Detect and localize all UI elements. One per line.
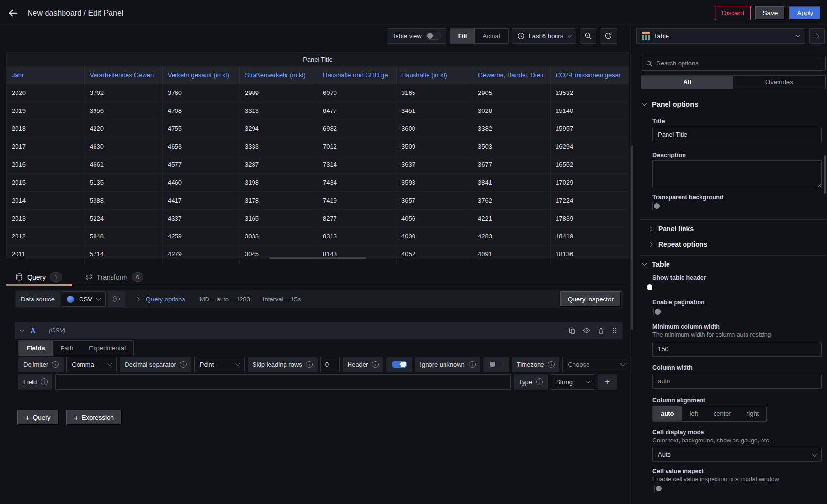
- add-field-button[interactable]: +: [598, 374, 617, 390]
- search-options-input[interactable]: [656, 60, 821, 67]
- drag-handle-grip-icon[interactable]: [611, 327, 617, 334]
- tab-transform[interactable]: Transform 0: [76, 269, 154, 285]
- cell-value-inspect-toggle[interactable]: [654, 485, 655, 493]
- header-toggle[interactable]: [392, 361, 407, 368]
- min-column-width-input[interactable]: [652, 342, 822, 357]
- delimiter-select[interactable]: Comma: [66, 357, 117, 372]
- query-a-header[interactable]: A (CSV): [15, 322, 623, 339]
- panel-title[interactable]: Panel Title: [7, 53, 629, 66]
- tab-query-label: Query: [27, 273, 46, 281]
- panel-toolbar: Table view Fill Actual Last 6 hours: [387, 28, 617, 44]
- panel-links-section[interactable]: Panel links: [650, 225, 694, 233]
- column-width-input[interactable]: [652, 374, 822, 389]
- fill-option[interactable]: Fill: [450, 29, 475, 43]
- description-textarea[interactable]: [652, 160, 822, 188]
- tab-experimental[interactable]: Experimental: [81, 341, 133, 356]
- timezone-select[interactable]: Choose: [562, 357, 630, 372]
- actual-option[interactable]: Actual: [475, 29, 508, 43]
- alignment-option-right[interactable]: right: [739, 406, 766, 421]
- table-cell: 15957: [551, 120, 629, 138]
- panel-options-section-header[interactable]: Panel options: [643, 100, 698, 108]
- column-header[interactable]: Gewerbe, Handel, Dien: [473, 66, 551, 84]
- csv-field-row: Fieldi Typei String +: [18, 374, 617, 390]
- query-options-link[interactable]: Query options: [146, 296, 185, 303]
- duplicate-query-icon[interactable]: [569, 327, 576, 334]
- search-icon: [646, 60, 652, 67]
- column-header[interactable]: Haushalte (in kt): [397, 66, 473, 84]
- description-label: Description: [652, 152, 686, 158]
- column-header[interactable]: Haushalte und GHD ge: [318, 66, 397, 84]
- alignment-option-auto[interactable]: auto: [653, 406, 682, 421]
- table-cell: 4220: [85, 120, 163, 138]
- column-header[interactable]: Straßenverkehr (in kt): [240, 66, 318, 84]
- table-cell: 8313: [318, 228, 397, 245]
- skip-leading-rows-input[interactable]: [320, 357, 340, 372]
- horizontal-scrollbar-thumb[interactable]: [269, 257, 366, 259]
- tab-path[interactable]: Path: [53, 341, 81, 356]
- table-cell: 4259: [163, 228, 240, 245]
- refresh-button[interactable]: [600, 28, 617, 44]
- search-options-box[interactable]: [641, 56, 826, 71]
- type-select[interactable]: String: [551, 374, 595, 390]
- back-arrow-icon[interactable]: [8, 8, 18, 18]
- column-header[interactable]: CO2-Emissionen gesar: [551, 66, 629, 84]
- save-button[interactable]: Save: [755, 6, 785, 20]
- column-header[interactable]: Jahr: [7, 66, 85, 84]
- resize-handle[interactable]: [816, 182, 821, 187]
- apply-button[interactable]: Apply: [789, 6, 821, 20]
- chevron-down-icon: [96, 296, 101, 301]
- tab-overrides[interactable]: Overrides: [733, 76, 826, 89]
- add-query-button[interactable]: + Query: [17, 410, 59, 425]
- max-datapoints-text: MD = auto = 1283: [200, 296, 250, 303]
- cell-display-mode-select[interactable]: Auto: [652, 447, 822, 462]
- table-cell: 3165: [240, 210, 318, 227]
- vertical-scrollbar-thumb[interactable]: [631, 145, 633, 330]
- table-section-header[interactable]: Table: [643, 260, 670, 268]
- datasource-help-button[interactable]: ?: [108, 291, 125, 307]
- time-range-picker[interactable]: Last 6 hours: [512, 28, 577, 44]
- cell-display-mode-label: Cell display mode: [652, 429, 704, 436]
- delete-query-trash-icon[interactable]: [597, 327, 604, 334]
- column-header[interactable]: Verarbeitendes Gewerl: [85, 66, 163, 84]
- panel-title-input[interactable]: [652, 127, 822, 142]
- table-cell: 5848: [85, 228, 163, 245]
- table-cell: 4417: [163, 192, 240, 209]
- visualization-picker[interactable]: Table: [636, 28, 805, 44]
- cell-value-inspect-desc: Enable cell value inspection in a modal …: [652, 476, 779, 483]
- datasource-select[interactable]: CSV: [62, 291, 106, 307]
- sidebar-scrollbar-thumb[interactable]: [824, 155, 826, 194]
- decimal-separator-select[interactable]: Point: [194, 357, 245, 372]
- chevron-right-icon: [814, 33, 819, 38]
- table-cell: 4221: [473, 210, 551, 227]
- breadcrumb[interactable]: New dashboard / Edit Panel: [27, 9, 123, 17]
- alignment-option-left[interactable]: left: [682, 406, 705, 421]
- column-header[interactable]: Verkehr gesamt (in kt): [163, 66, 240, 84]
- hide-query-eye-icon[interactable]: [583, 327, 590, 334]
- collapse-query-icon[interactable]: [20, 328, 25, 332]
- refresh-icon: [604, 32, 612, 40]
- tab-all[interactable]: All: [641, 76, 733, 89]
- ignore-unknown-toggle[interactable]: [488, 361, 504, 368]
- transparent-background-toggle[interactable]: [652, 202, 653, 210]
- tab-fields[interactable]: Fields: [19, 341, 53, 356]
- chevron-down-icon: [586, 379, 591, 384]
- add-expression-button[interactable]: + Expression: [66, 410, 122, 425]
- zoom-out-button[interactable]: [580, 28, 596, 44]
- csv-options-row: Delimiteri Comma Decimal separatori Poin…: [18, 357, 630, 372]
- tab-query[interactable]: Query 1: [6, 269, 72, 285]
- table-cell: 4755: [163, 120, 240, 138]
- top-bar: New dashboard / Edit Panel Discard Save …: [0, 0, 827, 26]
- query-inspector-button[interactable]: Query inspector: [560, 291, 621, 307]
- field-input[interactable]: [55, 374, 511, 390]
- table-view-toggle[interactable]: [426, 32, 441, 40]
- table-row: 201842204755329469823600338215957: [7, 120, 629, 138]
- collapse-options-pane-button[interactable]: [809, 28, 825, 44]
- repeat-options-section[interactable]: Repeat options: [650, 240, 707, 248]
- table-row: 201258484259303383134030428318419: [7, 227, 629, 245]
- alignment-option-center[interactable]: center: [706, 406, 739, 421]
- show-table-header-label: Show table header: [652, 274, 706, 281]
- table-cell: 4708: [163, 102, 240, 120]
- discard-button[interactable]: Discard: [715, 6, 751, 20]
- chevron-down-icon: [235, 362, 240, 366]
- enable-pagination-toggle[interactable]: [653, 308, 654, 316]
